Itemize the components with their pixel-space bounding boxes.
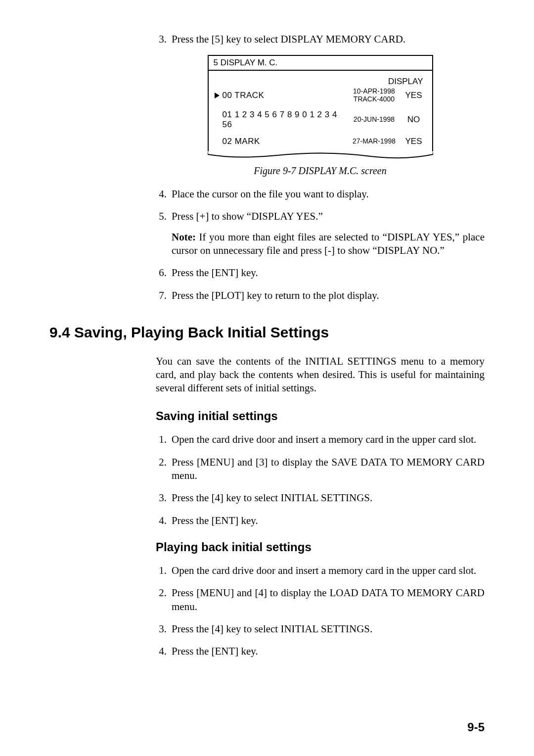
step-number: 5. [156, 210, 172, 257]
step-number: 3. [156, 622, 172, 636]
figure-body: DISPLAY 00 TRACK 10-APR-1998 TRACK-4000 … [209, 71, 432, 158]
playing-step-1: 1. Open the card drive door and insert a… [156, 564, 485, 577]
step-number: 7. [156, 289, 172, 302]
step-text: Press the [PLOT] key to return to the pl… [172, 289, 485, 302]
svg-rect-0 [208, 151, 433, 152]
figure-row-label: 00 TRACK [222, 91, 347, 100]
figure-row-date: 27-MAR-1998 [347, 138, 401, 145]
step-text: Place the cursor on the file you want to… [172, 188, 485, 201]
figure-row-yesno: YES [401, 137, 426, 146]
step-7: 7. Press the [PLOT] key to return to the… [156, 289, 485, 302]
figure-row-yesno: NO [401, 115, 426, 125]
step-number: 4. [156, 188, 172, 201]
subsection-heading-playing: Playing back initial settings [156, 540, 485, 554]
note-text: If you more than eight files are selecte… [172, 231, 485, 256]
step-6: 6. Press the [ENT] key. [156, 266, 485, 280]
step-text: Press the [ENT] key. [172, 266, 485, 280]
step-text: Press [MENU] and [4] to display the LOAD… [172, 586, 485, 614]
figure-row: 02 MARK 27-MAR-1998 YES [215, 137, 426, 146]
page-number: 9-5 [467, 720, 485, 734]
playing-step-2: 2. Press [MENU] and [4] to display the L… [156, 586, 485, 614]
step-number: 1. [156, 564, 172, 577]
section-intro: You can save the contents of the INITIAL… [156, 355, 485, 395]
cursor-pointer-icon [215, 93, 222, 98]
figure-row-date: 20-JUN-1998 [347, 116, 401, 123]
figure-row: 01 1 2 3 4 5 6 7 8 9 0 1 2 3 4 56 20-JUN… [215, 110, 426, 130]
step-text: Press the [4] key to select INITIAL SETT… [172, 491, 485, 505]
figure-caption: Figure 9-7 DISPLAY M.C. screen [156, 165, 485, 177]
subsection-heading-saving: Saving initial settings [156, 409, 485, 423]
step-4: 4. Place the cursor on the file you want… [156, 188, 485, 201]
figure-row-label: 01 1 2 3 4 5 6 7 8 9 0 1 2 3 4 56 [222, 110, 347, 130]
step-text: Open the card drive door and insert a me… [172, 564, 485, 577]
step-number: 1. [156, 433, 172, 446]
step-3: 3. Press the [5] key to select DISPLAY M… [156, 33, 485, 46]
figure-row: 00 TRACK 10-APR-1998 TRACK-4000 YES [215, 88, 426, 103]
saving-step-3: 3. Press the [4] key to select INITIAL S… [156, 491, 485, 505]
step-note: Note: If you more than eight files are s… [172, 231, 485, 258]
figure-display-mc: 5 DISPLAY M. C. DISPLAY 00 TRACK 10-APR-… [208, 55, 433, 159]
section-heading: 9.4 Saving, Playing Back Initial Setting… [49, 324, 485, 341]
figure-header: 5 DISPLAY M. C. [209, 56, 432, 71]
step-number: 4. [156, 514, 172, 527]
step-number: 4. [156, 645, 172, 658]
step-number: 6. [156, 266, 172, 280]
saving-step-2: 2. Press [MENU] and [3] to display the S… [156, 456, 485, 483]
note-label: Note: [172, 231, 196, 243]
step-number: 3. [156, 491, 172, 505]
figure-column-header: DISPLAY [215, 77, 426, 87]
step-text: Press the [5] key to select DISPLAY MEMO… [172, 33, 485, 46]
playing-step-3: 3. Press the [4] key to select INITIAL S… [156, 622, 485, 636]
step-text: Press [MENU] and [3] to display the SAVE… [172, 456, 485, 483]
figure-torn-edge-icon [208, 151, 433, 159]
step-number: 2. [156, 586, 172, 614]
step-text: Press the [ENT] key. [172, 645, 485, 658]
saving-step-1: 1. Open the card drive door and insert a… [156, 433, 485, 446]
figure-row-date: 10-APR-1998 TRACK-4000 [347, 88, 401, 103]
playing-step-4: 4. Press the [ENT] key. [156, 645, 485, 658]
step-number: 2. [156, 456, 172, 483]
step-text: Press [+] to show “DISPLAY YES.” [172, 210, 485, 223]
saving-step-4: 4. Press the [ENT] key. [156, 514, 485, 527]
step-text: Press the [ENT] key. [172, 514, 485, 527]
step-number: 3. [156, 33, 172, 46]
figure-row-yesno: YES [401, 91, 426, 100]
step-5: 5. Press [+] to show “DISPLAY YES.” Note… [156, 210, 485, 257]
step-text: Press the [4] key to select INITIAL SETT… [172, 622, 485, 636]
figure-row-label: 02 MARK [222, 137, 347, 146]
step-text: Open the card drive door and insert a me… [172, 433, 485, 446]
